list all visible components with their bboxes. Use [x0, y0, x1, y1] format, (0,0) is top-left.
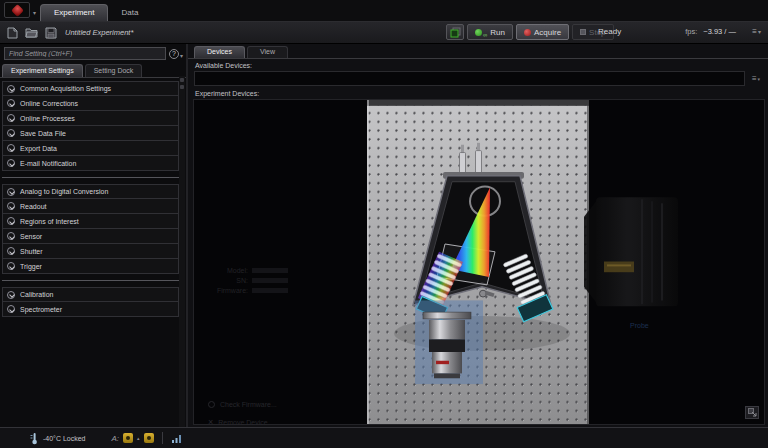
- run-icon: [475, 29, 482, 36]
- device-info-sn-label: SN:: [206, 276, 248, 286]
- help-button[interactable]: ? ▾: [169, 48, 183, 59]
- chevron-circle-icon: [7, 232, 15, 240]
- network-status-icon[interactable]: [171, 433, 183, 444]
- caret-up-icon[interactable]: ▴: [137, 435, 140, 441]
- setting-item-shutter[interactable]: Shutter: [2, 244, 179, 259]
- chevron-circle-icon: [7, 114, 15, 122]
- devices-panel: Devices View Available Devices: ≡ ▾ Expe…: [188, 44, 768, 427]
- run-button[interactable]: ∞ Run: [467, 24, 513, 40]
- window-tabbar: ▾ Experiment Data: [0, 0, 768, 22]
- acquire-button[interactable]: Acquire: [516, 24, 569, 40]
- popout-icon: [748, 408, 757, 417]
- setting-item-save-data-file[interactable]: Save Data File: [2, 126, 179, 141]
- new-experiment-button[interactable]: [6, 26, 19, 39]
- setting-item-trigger[interactable]: Trigger: [2, 259, 179, 274]
- save-experiment-button[interactable]: [44, 26, 57, 39]
- setting-item-regions-of-interest[interactable]: Regions of Interest: [2, 214, 179, 229]
- setting-item-email-notification[interactable]: E-mail Notification: [2, 156, 179, 171]
- tab-experiment[interactable]: Experiment: [40, 4, 108, 21]
- lightfield-window: ▾ Experiment Data Untitled Experiment* ∞…: [0, 0, 768, 448]
- setting-item-analog-to-digital-conversion[interactable]: Analog to Digital Conversion: [2, 184, 179, 199]
- probe-label: Probe: [630, 322, 649, 329]
- chevron-circle-icon: [7, 188, 15, 196]
- setting-item-sensor[interactable]: Sensor: [2, 229, 179, 244]
- chevron-circle-icon: [7, 159, 15, 167]
- app-logo-icon: [11, 4, 24, 17]
- experiment-devices-canvas[interactable]: Model: SN: Firmware: Check Firmware... ×…: [193, 99, 765, 425]
- stop-icon: [580, 29, 586, 35]
- setting-item-calibration[interactable]: Calibration: [2, 287, 179, 302]
- popout-button[interactable]: [745, 406, 759, 419]
- warning-yellow-icon[interactable]: [123, 433, 133, 443]
- fps-value: ~3.93 / —: [703, 27, 736, 36]
- status-ready: Ready: [598, 27, 621, 36]
- settings-group-separator: [2, 274, 179, 281]
- setting-item-online-corrections[interactable]: Online Corrections: [2, 96, 179, 111]
- check-firmware-menu-item[interactable]: Check Firmware...: [208, 401, 277, 408]
- tab-data[interactable]: Data: [108, 5, 151, 21]
- chevron-circle-icon: [7, 247, 15, 255]
- devices-menu-button[interactable]: ≡ ▾: [748, 71, 764, 86]
- sidebar-tabs: Experiment Settings Setting Dock: [0, 62, 186, 78]
- clock-icon: [208, 401, 215, 408]
- setting-item-export-data[interactable]: Export Data: [2, 141, 179, 156]
- frame-count-icon: [450, 27, 461, 38]
- new-document-icon: [7, 27, 18, 39]
- experiment-title: Untitled Experiment*: [65, 28, 133, 37]
- device-info-model-label: Model:: [206, 266, 248, 276]
- chevron-circle-icon: [7, 291, 15, 299]
- device-info-firmware-label: Firmware:: [206, 286, 248, 296]
- tab-view[interactable]: View: [247, 46, 288, 58]
- setting-item-common-acquisition-settings[interactable]: Common Acquisition Settings: [2, 81, 179, 96]
- temperature-status: -40°C Locked: [43, 435, 86, 442]
- close-icon: ×: [208, 417, 213, 427]
- settings-scrollbar[interactable]: [179, 76, 185, 427]
- statusbar: -40°C Locked A: ▴: [0, 427, 768, 448]
- chevron-circle-icon: [7, 129, 15, 137]
- toolbar-menu-button[interactable]: ≡ ▾: [749, 25, 764, 38]
- tab-setting-dock[interactable]: Setting Dock: [85, 64, 143, 77]
- chevron-circle-icon: [7, 305, 15, 313]
- tab-experiment-settings[interactable]: Experiment Settings: [2, 64, 83, 77]
- help-icon: ?: [169, 49, 179, 59]
- chevron-circle-icon: [7, 202, 15, 210]
- chevron-circle-icon: [7, 217, 15, 225]
- warning-yellow-icon-2[interactable]: [144, 433, 154, 443]
- setting-item-readout[interactable]: Readout: [2, 199, 179, 214]
- fps-label: fps:: [685, 27, 697, 36]
- caret-down-icon: ▾: [758, 28, 761, 35]
- experiment-devices-label: Experiment Devices:: [188, 87, 768, 98]
- main-toolbar: Untitled Experiment* ∞ Run Acquire Stop …: [0, 22, 768, 44]
- available-devices-row: ≡ ▾: [188, 70, 768, 87]
- device-info: Model: SN: Firmware:: [206, 266, 288, 296]
- lens-device[interactable]: [584, 197, 678, 306]
- chevron-circle-icon: [7, 85, 15, 93]
- tab-devices[interactable]: Devices: [194, 46, 245, 58]
- camera-device[interactable]: [415, 300, 483, 384]
- help-caret-icon: ▾: [180, 52, 183, 59]
- caret-down-icon: ▾: [758, 76, 761, 82]
- frame-count-button[interactable]: [446, 24, 464, 40]
- settings-sidebar: ? ▾ Experiment Settings Setting Dock Com…: [0, 44, 188, 427]
- devices-panel-tabs: Devices View: [188, 44, 768, 59]
- chevron-circle-icon: [7, 262, 15, 270]
- fps-indicator: fps: ~3.93 / —: [685, 27, 736, 36]
- temperature-lock-icon: [30, 432, 39, 445]
- settings-group-separator: [2, 171, 179, 178]
- acquisition-controls: ∞ Run Acquire Stop: [446, 24, 614, 40]
- available-devices-well[interactable]: [194, 71, 745, 86]
- remove-device-menu-item[interactable]: × Remove Device: [208, 417, 268, 427]
- annotation-a-icon[interactable]: A:: [112, 434, 120, 443]
- infinity-icon: ∞: [483, 32, 487, 38]
- settings-search-input[interactable]: [4, 47, 166, 60]
- open-folder-icon: [25, 27, 38, 38]
- statusbar-divider: [162, 432, 163, 444]
- app-logo-button[interactable]: [4, 2, 30, 18]
- setting-item-online-processes[interactable]: Online Processes: [2, 111, 179, 126]
- open-experiment-button[interactable]: [25, 26, 38, 39]
- available-devices-label: Available Devices:: [188, 59, 768, 70]
- save-icon: [45, 27, 57, 39]
- main-area: ? ▾ Experiment Settings Setting Dock Com…: [0, 44, 768, 427]
- app-logo-caret-icon[interactable]: ▾: [33, 9, 36, 16]
- setting-item-spectrometer[interactable]: Spectrometer: [2, 302, 179, 317]
